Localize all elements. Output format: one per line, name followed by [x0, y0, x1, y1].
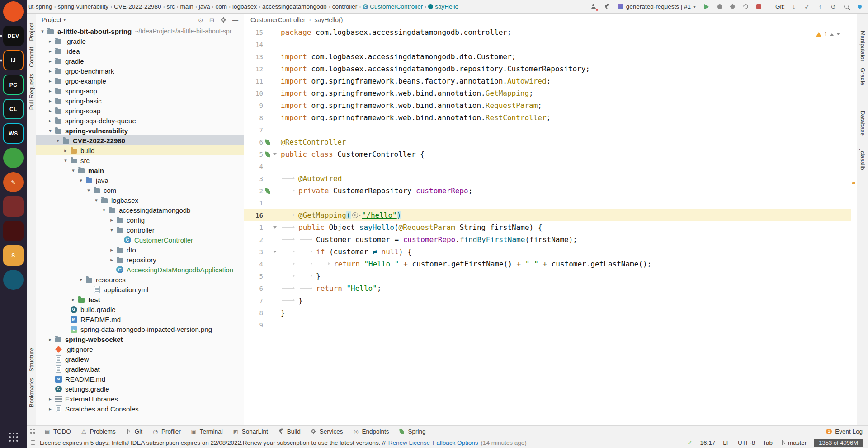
line-number[interactable]: 15 [244, 29, 263, 36]
expand-arrow-icon[interactable]: ▸ [47, 98, 54, 104]
code-line[interactable]: 16@GetMapping("/hello") [244, 209, 857, 221]
collapse-arrow-icon[interactable]: ▾ [93, 197, 100, 203]
tool-window-button-structure[interactable]: Structure [28, 348, 35, 372]
line-number[interactable]: 3 [244, 248, 263, 256]
line-number[interactable]: 10 [244, 90, 263, 97]
webstorm-icon[interactable]: WS [3, 123, 24, 144]
spring-bean-gutter-icon[interactable] [264, 151, 270, 157]
expand-arrow-icon[interactable]: ▸ [70, 297, 77, 303]
code-line[interactable]: 12import com.logbasex.accessingdatamongo… [244, 63, 857, 75]
url-mapping-inline-icon[interactable] [352, 212, 358, 218]
project-view-selector[interactable]: Project ▾ [42, 16, 66, 23]
code-line[interactable]: 8import org.springframework.web.bind.ann… [244, 112, 857, 124]
breadcrumb-item[interactable]: CVE-2022-22980 [114, 3, 161, 10]
tree-item[interactable]: ▾com [36, 185, 244, 195]
fold-region-icon[interactable] [273, 251, 277, 255]
tree-item[interactable]: ▸grpc-example [36, 76, 244, 86]
tree-item[interactable]: application.yml [36, 285, 244, 294]
maroon-app-icon[interactable] [3, 196, 24, 217]
collapse-arrow-icon[interactable]: ▾ [77, 277, 85, 283]
code-line[interactable]: 11import org.springframework.beans.facto… [244, 75, 857, 87]
breadcrumb-item[interactable]: ut-spring [28, 3, 52, 10]
tree-item[interactable]: ▸gradle [36, 56, 244, 66]
next-issue-icon[interactable] [836, 33, 840, 37]
tree-item[interactable]: CAccessingDataMongodbApplication [36, 265, 244, 275]
line-number[interactable]: 9 [244, 322, 263, 329]
tree-item[interactable]: ▾java [36, 175, 244, 185]
statusbar-icon[interactable] [31, 440, 35, 445]
fold-region-icon[interactable] [273, 153, 277, 157]
tree-item[interactable]: ▸build [36, 145, 244, 155]
build-project-button[interactable] [603, 2, 611, 11]
git-rollback-button[interactable]: ↺ [829, 2, 837, 11]
event-log-button[interactable]: 1 Event Log [826, 428, 863, 435]
line-number[interactable]: 7 [244, 126, 263, 134]
stop-button[interactable] [755, 2, 763, 11]
code-line[interactable]: 9 [244, 319, 857, 331]
line-number[interactable]: 5 [244, 151, 263, 158]
collapse-arrow-icon[interactable]: ▾ [70, 168, 77, 173]
run-configuration-selector[interactable]: generated-requests | #1 ▾ [616, 2, 698, 11]
line-number[interactable]: 14 [244, 41, 263, 48]
dark-red-app-icon[interactable] [3, 221, 24, 241]
line-number[interactable]: 8 [244, 309, 263, 317]
tree-item[interactable]: ▸Scratches and Consoles [36, 404, 244, 414]
code-line[interactable]: 7} [244, 294, 857, 307]
expand-arrow-icon[interactable]: ▸ [47, 108, 54, 114]
locate-file-icon[interactable]: ⊙ [198, 17, 203, 23]
tree-item[interactable]: ▾logbasex [36, 195, 244, 205]
code-line[interactable]: 7 [244, 124, 857, 136]
git-commit-button[interactable]: ✓ [803, 2, 811, 11]
expand-arrow-icon[interactable]: ▸ [108, 247, 115, 253]
code-line[interactable]: 2private CustomerRepository customerRepo… [244, 185, 857, 197]
git-branch-widget[interactable]: master [780, 439, 807, 446]
collapse-arrow-icon[interactable]: ▾ [100, 207, 108, 213]
line-number[interactable]: 3 [244, 175, 263, 182]
tool-window-button-database[interactable]: Database [859, 111, 866, 136]
tree-item[interactable]: CCustomerController [36, 235, 244, 245]
code-line[interactable]: 5} [244, 270, 857, 282]
expand-arrow-icon[interactable]: ▸ [47, 336, 54, 342]
line-number[interactable]: 6 [244, 285, 263, 292]
settings-gear-icon[interactable] [221, 17, 226, 23]
line-number[interactable]: 4 [244, 261, 263, 268]
teal-round-app-icon[interactable] [3, 270, 24, 290]
line-number[interactable]: 7 [244, 297, 263, 304]
tool-window-switcher-icon[interactable] [30, 429, 36, 434]
tree-item[interactable]: ▸config [36, 215, 244, 225]
toolwindow-button-problems[interactable]: ⚠Problems [80, 428, 116, 435]
breadcrumb-method[interactable]: sayHello() [314, 16, 343, 23]
clion-icon[interactable]: CL [3, 99, 24, 119]
hide-panel-icon[interactable]: — [232, 17, 238, 23]
run-button[interactable] [703, 2, 711, 11]
tree-item[interactable]: ▸spring-basic [36, 96, 244, 106]
tree-item[interactable]: MREADME.md [36, 314, 244, 324]
toolwindow-button-terminal[interactable]: ▣Terminal [190, 428, 223, 435]
toolwindow-button-todo[interactable]: ▤TODO [44, 428, 71, 435]
tool-window-button-manipulator[interactable]: Manipulator [859, 31, 866, 61]
indent-style[interactable]: Tab [763, 439, 773, 446]
sublime-text-icon[interactable]: S [3, 245, 24, 266]
tree-item[interactable]: Gsettings.gradle [36, 384, 244, 394]
code-line[interactable]: 13import com.logbasex.accessingdatamongo… [244, 51, 857, 63]
renew-license-link[interactable]: Renew License [388, 439, 430, 446]
tree-item[interactable]: ▸External Libraries [36, 394, 244, 404]
collapse-arrow-icon[interactable]: ▾ [54, 138, 61, 144]
line-number[interactable]: 2 [244, 236, 263, 243]
tree-item[interactable]: ▸repository [36, 255, 244, 265]
line-number[interactable]: 1 [244, 200, 263, 207]
git-update-button[interactable]: ↓ [790, 2, 798, 11]
code-line[interactable]: 15package com.logbasex.accessingdatamong… [244, 26, 857, 38]
tree-item[interactable]: .gitignore [36, 344, 244, 354]
toolwindow-button-spring[interactable]: Spring [398, 428, 425, 435]
breadcrumb-item[interactable]: controller [332, 3, 358, 10]
breadcrumb-item[interactable]: com [215, 3, 227, 10]
expand-arrow-icon[interactable]: ▸ [47, 48, 54, 54]
spring-bean-gutter-icon[interactable] [264, 188, 270, 194]
tool-window-button-pull-requests[interactable]: Pull Requests [28, 74, 35, 110]
green-round-app-icon[interactable] [3, 148, 24, 168]
code-area[interactable]: 15package com.logbasex.accessingdatamong… [244, 26, 857, 425]
breadcrumb-item[interactable]: src [166, 3, 175, 10]
code-line[interactable]: 3@Autowired [244, 173, 857, 185]
tree-item[interactable]: Gbuild.gradle [36, 304, 244, 314]
